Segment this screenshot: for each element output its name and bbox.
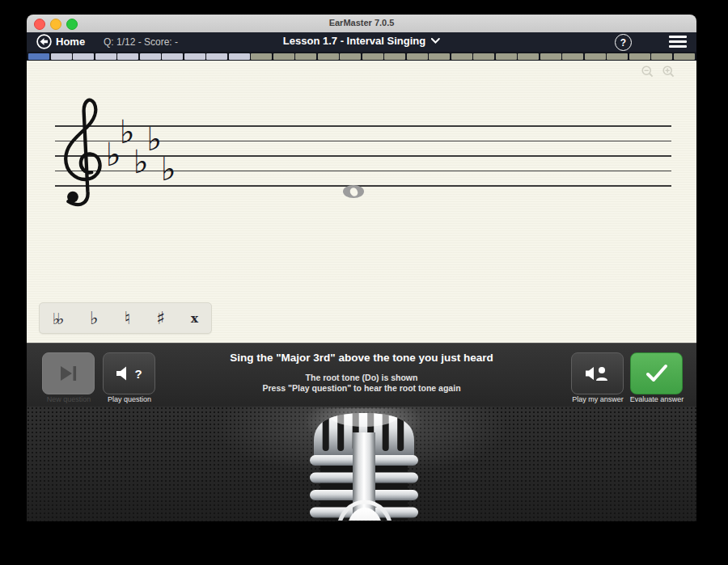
key-signature-flat-Eb: ♭	[120, 117, 135, 146]
progress-segment-later	[384, 53, 405, 60]
treble-clef-icon	[57, 95, 108, 212]
chevron-down-icon	[431, 38, 440, 44]
progress-segment-upcoming	[140, 53, 161, 60]
bottom-spacer	[27, 521, 696, 550]
flat-button[interactable]: ♭	[90, 306, 98, 331]
progress-segment-current	[28, 53, 49, 60]
nav-bar: Home Q: 1/12 - Score: - Lesson 1.7 - Int…	[27, 32, 696, 52]
staff-line	[55, 185, 671, 187]
progress-segment-later	[562, 53, 583, 60]
progress-segment-later	[629, 53, 650, 60]
progress-segment-later	[651, 53, 672, 60]
progress-segment-upcoming	[162, 53, 183, 60]
title-bar: EarMaster 7.0.5	[27, 15, 696, 33]
progress-segment-later	[540, 53, 561, 60]
progress-segment-later	[295, 53, 316, 60]
app-window: EarMaster 7.0.5 Home Q: 1/12 - Score: - …	[27, 15, 696, 550]
progress-bar	[27, 52, 696, 61]
lesson-selector[interactable]: Lesson 1.7 - Interval Singing	[283, 35, 440, 47]
progress-segment-later	[429, 53, 450, 60]
question-score-status: Q: 1/12 - Score: -	[104, 36, 178, 48]
progress-segment-later	[340, 53, 361, 60]
progress-segment-later	[473, 53, 494, 60]
natural-button[interactable]: ♮	[124, 306, 130, 331]
window-title: EarMaster 7.0.5	[27, 18, 696, 27]
progress-segment-upcoming	[73, 53, 94, 60]
progress-segment-later	[607, 53, 628, 60]
magnifier-minus-icon[interactable]	[641, 65, 654, 78]
left-arrow-circle-icon	[36, 34, 52, 49]
progress-segment-later	[674, 53, 695, 60]
double-flat-button[interactable]: ♭♭	[53, 306, 64, 331]
key-signature-flat-Db: ♭	[146, 124, 162, 154]
question-circle-icon: ?	[620, 37, 626, 48]
root-tone-note	[343, 185, 364, 198]
evaluate-answer-button[interactable]	[630, 352, 683, 394]
progress-segment-upcoming	[117, 53, 138, 60]
play-my-answer-button[interactable]	[571, 352, 624, 394]
progress-segment-later	[273, 53, 294, 60]
sharp-button[interactable]: ♯	[156, 306, 165, 331]
progress-segment-later	[407, 53, 428, 60]
progress-segment-upcoming	[206, 53, 227, 60]
help-button[interactable]: ?	[615, 34, 632, 51]
progress-segment-later	[318, 53, 339, 60]
notation-area[interactable]: ♭♭♭♭♭ ♭♭♭♮♯x	[27, 61, 696, 343]
progress-segment-upcoming	[95, 53, 116, 60]
progress-segment-later	[496, 53, 517, 60]
progress-segment-later	[451, 53, 472, 60]
evaluate-answer-label: Evaluate answer	[620, 395, 693, 403]
progress-segment-later	[362, 53, 383, 60]
checkmark-icon	[645, 364, 669, 383]
progress-segment-later	[251, 53, 272, 60]
progress-segment-later	[518, 53, 539, 60]
zoom-controls	[641, 65, 675, 78]
menu-button[interactable]	[669, 36, 687, 50]
lesson-title: Lesson 1.7 - Interval Singing	[283, 35, 425, 47]
home-button[interactable]: Home	[36, 34, 85, 49]
key-signature-flat-Gb: ♭	[161, 154, 176, 183]
hamburger-icon	[669, 36, 687, 38]
progress-segment-later	[585, 53, 606, 60]
accidental-toolbar: ♭♭♭♮♯x	[39, 302, 212, 334]
microphone-section	[27, 407, 696, 521]
home-label: Home	[56, 36, 85, 48]
magnifier-plus-icon[interactable]	[662, 65, 675, 78]
speaker-person-icon	[586, 365, 610, 382]
play-question-label: Play question	[93, 395, 166, 403]
vintage-microphone-icon	[299, 408, 429, 521]
progress-segment-upcoming	[51, 53, 72, 60]
progress-segment-upcoming	[229, 53, 250, 60]
instruction-panel: New question ? Play question Sing the "M…	[27, 343, 696, 407]
double-sharp-button[interactable]: x	[191, 306, 198, 331]
progress-segment-upcoming	[184, 53, 205, 60]
